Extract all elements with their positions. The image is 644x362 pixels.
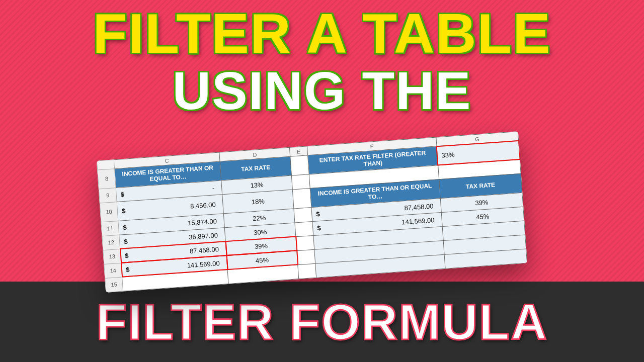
row-9: 9 bbox=[99, 188, 117, 203]
row-8: 8 bbox=[98, 169, 116, 189]
row-15: 15 bbox=[105, 277, 123, 292]
row-10: 10 bbox=[100, 202, 118, 222]
title-line-3: FILTER FORMULA bbox=[0, 293, 644, 351]
row-13: 13 bbox=[103, 249, 121, 264]
row-14: 14 bbox=[104, 263, 122, 278]
title-line-2: USING THE bbox=[0, 60, 644, 121]
row-11: 11 bbox=[101, 221, 119, 236]
row-12: 12 bbox=[102, 235, 120, 250]
title-line-1: FILTER A TABLE bbox=[0, 1, 644, 66]
